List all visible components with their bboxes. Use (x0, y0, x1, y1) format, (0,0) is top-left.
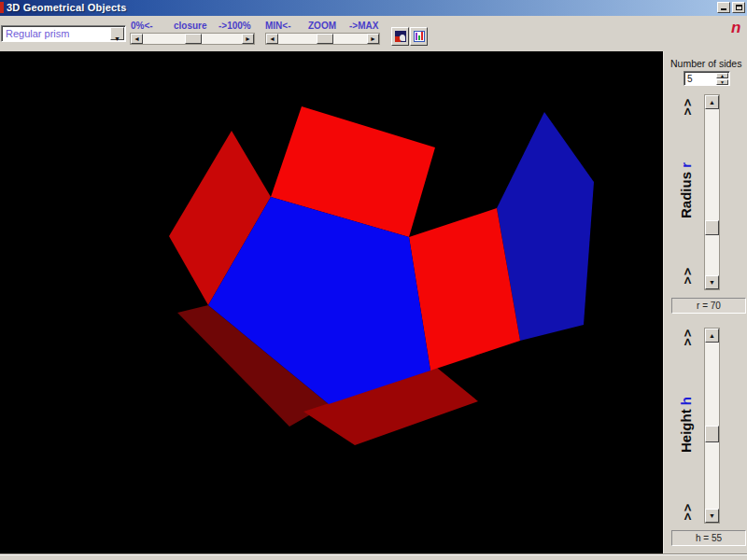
height-fast-increase-button[interactable]: >> (675, 324, 699, 350)
arrow-right-icon: ► (243, 35, 253, 44)
radius-label-letter: r (678, 162, 694, 168)
arrow-down-icon: ▼ (706, 510, 718, 522)
zoom-slider-max-label: ->MAX (349, 21, 378, 31)
zoom-slider-right-button[interactable]: ► (367, 34, 379, 44)
number-of-sides-label: Number of sides (670, 58, 741, 69)
number-of-sides-spinner[interactable]: 5 ▲ ▼ (684, 71, 730, 86)
height-scroll-up-button[interactable]: ▲ (705, 329, 719, 343)
number-of-sides-value: 5 (687, 74, 693, 84)
sides-spin-up-button[interactable]: ▲ (716, 73, 728, 78)
bar-chart-icon (414, 31, 425, 42)
display-icon (395, 31, 406, 42)
shape-select-value: Regular prism (6, 28, 69, 39)
display-options-button[interactable] (391, 27, 409, 46)
radius-fast-increase-button[interactable]: >> (675, 93, 699, 119)
radius-fast-decrease-button[interactable]: >> (675, 262, 699, 288)
radius-scroll-up-button[interactable]: ▲ (705, 95, 719, 109)
double-chevron-icon: >> (680, 98, 695, 116)
height-fast-decrease-button[interactable]: >> (675, 498, 699, 525)
height-scrollbar-thumb[interactable] (705, 426, 719, 442)
height-label: Height h (678, 373, 695, 476)
closure-slider-thumb[interactable] (185, 34, 202, 44)
minimize-button[interactable] (717, 2, 730, 13)
zoom-slider-min-label: MIN<- (265, 21, 291, 31)
logo-glyph-icon: n (731, 20, 747, 35)
scene-svg[interactable] (0, 51, 663, 553)
height-readout: h = 55 (671, 530, 746, 546)
radius-scroll-down-button[interactable]: ▼ (705, 275, 719, 289)
maximize-icon (736, 5, 742, 10)
sides-spin-down-button[interactable]: ▼ (716, 79, 728, 85)
shape-select-dropdown-button[interactable]: ▼ (110, 27, 124, 40)
radius-readout: r = 70 (671, 298, 746, 314)
height-scroll-down-button[interactable]: ▼ (705, 509, 719, 523)
radius-label-word: Radius (678, 172, 694, 218)
control-sidebar: Number of sides 5 ▲ ▼ >> ▲ ▼ Radius r (663, 51, 747, 553)
radius-scrollbar-thumb[interactable] (705, 220, 719, 235)
closure-slider-left-button[interactable]: ◄ (131, 34, 143, 44)
double-chevron-icon: >> (680, 267, 695, 285)
double-chevron-icon: >> (680, 329, 695, 346)
minimize-icon (721, 8, 726, 10)
closure-slider-max-label: ->100% (218, 21, 251, 31)
arrow-left-icon: ◄ (267, 35, 277, 44)
maximize-button[interactable] (732, 2, 745, 13)
arrow-up-icon: ▲ (717, 74, 727, 77)
arrow-up-icon: ▲ (706, 329, 718, 342)
viewport-3d[interactable] (0, 51, 663, 553)
closure-slider-title: closure (174, 21, 207, 31)
arrow-left-icon: ◄ (132, 35, 142, 44)
height-scrollbar[interactable]: ▲ ▼ (704, 328, 720, 524)
toolbar: Regular prism ▼ 0%<- closure ->100% MIN<… (0, 16, 747, 51)
titlebar: 3D Geometrical Objects (0, 0, 747, 16)
chevron-down-icon: ▼ (114, 35, 120, 42)
arrow-up-icon: ▲ (706, 96, 718, 108)
closure-slider-right-button[interactable]: ► (242, 34, 254, 44)
closure-slider[interactable]: ◄ ► (130, 33, 255, 45)
zoom-slider-left-button[interactable]: ◄ (266, 34, 278, 44)
radius-scrollbar[interactable]: ▲ ▼ (704, 94, 720, 290)
radius-label: Radius r (678, 139, 695, 242)
app-icon (0, 2, 4, 13)
closure-slider-min-label: 0%<- (131, 21, 153, 31)
zoom-slider-title: ZOOM (308, 21, 336, 31)
double-chevron-icon: >> (680, 503, 695, 521)
arrow-down-icon: ▼ (717, 80, 727, 84)
window-controls (717, 2, 745, 13)
app-window: 3D Geometrical Objects Regular prism ▼ 0… (0, 0, 747, 560)
window-title: 3D Geometrical Objects (7, 2, 127, 13)
height-label-word: Height (678, 409, 694, 453)
zoom-slider[interactable]: ◄ ► (265, 33, 380, 45)
height-label-letter: h (678, 397, 694, 405)
shape-select[interactable]: Regular prism ▼ (1, 25, 126, 42)
arrow-down-icon: ▼ (706, 276, 718, 288)
zoom-slider-thumb[interactable] (317, 34, 333, 44)
app-logo: n (731, 20, 747, 48)
arrow-right-icon: ► (368, 35, 378, 44)
status-bar (0, 553, 747, 560)
colors-chart-button[interactable] (410, 27, 428, 46)
